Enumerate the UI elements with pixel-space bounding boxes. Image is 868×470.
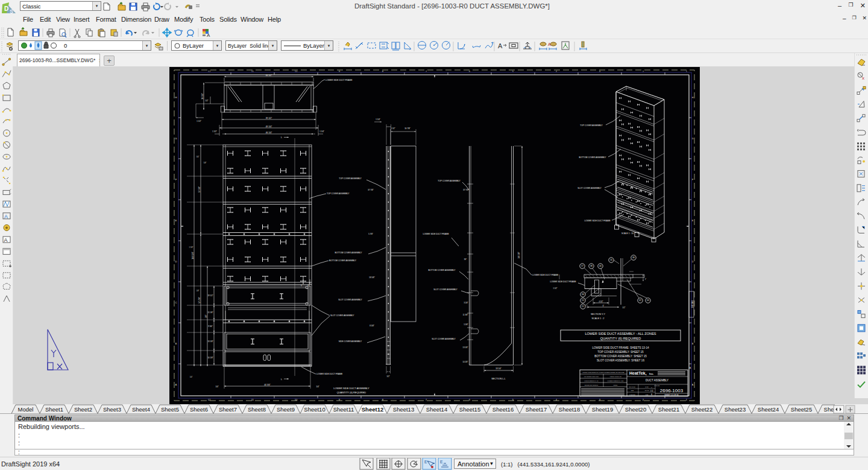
svg-text:TOP COVER ASSEMBLY: SHEET 15: TOP COVER ASSEMBLY: SHEET 15 xyxy=(597,351,644,354)
svg-text:8 5/8": 8 5/8" xyxy=(370,325,374,327)
svg-text:LOWER SIDE DUCT FRAME: LOWER SIDE DUCT FRAME xyxy=(316,373,343,375)
svg-text:6": 6" xyxy=(603,305,605,307)
svg-text:Sheet2: Sheet2 xyxy=(74,406,92,413)
svg-text:F: F xyxy=(692,178,694,181)
svg-text:Inc.: Inc. xyxy=(649,372,654,375)
svg-text:1 1/2": 1 1/2" xyxy=(197,120,201,122)
svg-text:Sheet8: Sheet8 xyxy=(248,406,266,413)
svg-text:1 5/8": 1 5/8" xyxy=(189,246,193,249)
svg-text:BOTTOM COVER ASSEMBLY: BOTTOM COVER ASSEMBLY xyxy=(579,156,607,159)
svg-text:1": 1" xyxy=(645,278,647,281)
svg-text:Sheet12: Sheet12 xyxy=(362,406,383,413)
svg-text:38: 38 xyxy=(590,265,593,267)
svg-text:LOWER SIDE DUCT FRAME: LOWER SIDE DUCT FRAME xyxy=(584,220,611,222)
svg-text:21: 21 xyxy=(582,305,584,308)
svg-text:SCALE 1 : 16: SCALE 1 : 16 xyxy=(621,232,634,235)
svg-text:Sheet6: Sheet6 xyxy=(190,406,208,413)
svg-text:SLOT COVER ASSEMBLY: SLOT COVER ASSEMBLY xyxy=(433,288,458,291)
svg-text:DUCT ASSEMBLY: DUCT ASSEMBLY xyxy=(646,379,668,382)
svg-text:9 3/4": 9 3/4" xyxy=(208,325,212,328)
svg-text:Sheet13: Sheet13 xyxy=(393,406,414,413)
svg-text:2696-1003: 2696-1003 xyxy=(691,300,693,308)
svg-text:13 1/8": 13 1/8" xyxy=(207,340,213,343)
svg-text:5 7/8": 5 7/8" xyxy=(368,233,373,235)
svg-text:Sheet16: Sheet16 xyxy=(492,406,514,413)
svg-text:Sheet5: Sheet5 xyxy=(161,406,179,413)
svg-text:SIZE: SIZE xyxy=(646,394,649,395)
svg-text:TOP COVER ASSEMBLY: TOP COVER ASSEMBLY xyxy=(339,177,362,180)
svg-text:E: E xyxy=(440,460,443,464)
svg-text:1/4": 1/4" xyxy=(190,376,193,378)
svg-text:L: L xyxy=(281,136,282,139)
svg-text:1 1/4": 1 1/4" xyxy=(376,118,380,121)
svg-text:Sheet22: Sheet22 xyxy=(691,406,712,413)
svg-text:DATE: DATE xyxy=(645,386,649,387)
svg-text:PART NO.: PART NO. xyxy=(654,385,660,386)
svg-text:1/4": 1/4" xyxy=(215,386,218,388)
svg-text:Sheet18: Sheet18 xyxy=(559,406,580,413)
svg-text:36: 36 xyxy=(632,256,635,259)
svg-text:C: C xyxy=(175,301,177,304)
svg-text:DO NOT SCALE DWG: DO NOT SCALE DWG xyxy=(585,384,599,386)
svg-text:1 1/2": 1 1/2" xyxy=(391,127,395,130)
svg-text:Sheet3: Sheet3 xyxy=(103,406,121,413)
svg-text:ANGULAR DIM: 1/2: ANGULAR DIM: 1/2 xyxy=(609,376,621,377)
svg-text:TOP COVER ASSEMBLY: TOP COVER ASSEMBLY xyxy=(327,192,350,195)
svg-text:A: A xyxy=(692,383,694,386)
svg-text:4 1/2": 4 1/2" xyxy=(599,300,603,303)
svg-text:1/4": 1/4" xyxy=(316,386,319,388)
svg-text:Sheet23: Sheet23 xyxy=(725,406,746,413)
svg-text:Sheet10: Sheet10 xyxy=(304,406,325,413)
svg-text:11 3/8": 11 3/8" xyxy=(463,314,468,316)
svg-text:LOWER SIDE DUCT ASSEMBLY: LOWER SIDE DUCT ASSEMBLY xyxy=(333,387,370,390)
svg-text:13 1/8": 13 1/8" xyxy=(463,346,468,349)
svg-text:146 1/8": 146 1/8" xyxy=(192,251,194,259)
svg-text:G: G xyxy=(175,137,177,140)
svg-text:57 7/8": 57 7/8" xyxy=(198,186,201,192)
svg-text:3 1/8": 3 1/8" xyxy=(464,302,468,304)
svg-text:DRAWN BY: DRAWN BY xyxy=(629,386,636,387)
svg-text:TOP COVER ASSEMBLY: TOP COVER ASSEMBLY xyxy=(438,180,461,182)
svg-text:FINISH: FINISH xyxy=(613,384,618,386)
svg-text:1 1/2": 1 1/2" xyxy=(553,287,557,290)
svg-text:37 7/8": 37 7/8" xyxy=(368,189,373,191)
svg-text:1/2": 1/2" xyxy=(205,100,208,102)
svg-text:LOWER SIDE DUCT FRAME: LOWER SIDE DUCT FRAME xyxy=(423,233,449,235)
svg-text:D: D xyxy=(691,260,693,263)
svg-text:66 1/2": 66 1/2" xyxy=(266,74,272,77)
svg-text:Sheet4: Sheet4 xyxy=(132,406,150,413)
svg-text:18 1/4": 18 1/4" xyxy=(495,367,501,370)
svg-text:LOWER SIDE DUCT ASSEMBLY - ALL: LOWER SIDE DUCT ASSEMBLY - ALL ZONES xyxy=(585,332,656,335)
svg-text:TWO PL DECIMAL: .01: TWO PL DECIMAL: .01 xyxy=(585,380,599,381)
svg-text:LOWER SIDE DUCT FRAME: LOWER SIDE DUCT FRAME xyxy=(326,79,353,81)
svg-text:E: E xyxy=(692,219,694,222)
svg-text:11 1/8": 11 1/8" xyxy=(208,311,213,314)
svg-text:Sheet19: Sheet19 xyxy=(592,406,613,413)
svg-text:H: H xyxy=(691,96,693,99)
svg-text:B: B xyxy=(692,342,694,345)
svg-text:16: 16 xyxy=(610,259,612,261)
svg-text:A: A xyxy=(175,383,177,386)
svg-text:LOWER SIDE DUCT FRAME: LOWER SIDE DUCT FRAME xyxy=(550,281,576,283)
svg-text:SLOT COVER ASSEMBLY: SLOT COVER ASSEMBLY xyxy=(330,314,354,317)
svg-text:SLOT COVER ASSEMBLY: SLOT COVER ASSEMBLY xyxy=(577,187,602,189)
svg-text:16 1/2": 16 1/2" xyxy=(201,92,204,99)
svg-text:1:12: 1:12 xyxy=(650,390,653,392)
svg-text:SHEET 12 OF 36: SHEET 12 OF 36 xyxy=(664,394,679,396)
svg-text:5/8": 5/8" xyxy=(204,162,207,164)
svg-text:1/2": 1/2" xyxy=(386,375,389,378)
svg-text:CHECKED: CHECKED xyxy=(629,394,635,395)
svg-text:A: A xyxy=(4,214,8,220)
svg-text:Sheet1: Sheet1 xyxy=(45,406,63,413)
svg-text:HeatTek,: HeatTek, xyxy=(629,371,647,376)
svg-text:1 1/4": 1 1/4" xyxy=(319,130,324,133)
svg-text:SLOT COVER ASSEMBLY: SLOT COVER ASSEMBLY xyxy=(432,338,456,340)
svg-text:QUANTITY (6) REQUIRED: QUANTITY (6) REQUIRED xyxy=(600,337,641,340)
svg-text:28": 28" xyxy=(205,314,207,318)
svg-text:A: A xyxy=(498,42,503,49)
svg-text:Sheet15: Sheet15 xyxy=(459,406,480,413)
svg-text:BOTTOM COVER ASSEMBLY: BOTTOM COVER ASSEMBLY xyxy=(429,269,456,272)
svg-text:1/2": 1/2" xyxy=(623,306,626,309)
svg-text:SECTION Y-Y: SECTION Y-Y xyxy=(591,313,605,316)
svg-text:2696-1003: 2696-1003 xyxy=(660,388,684,393)
